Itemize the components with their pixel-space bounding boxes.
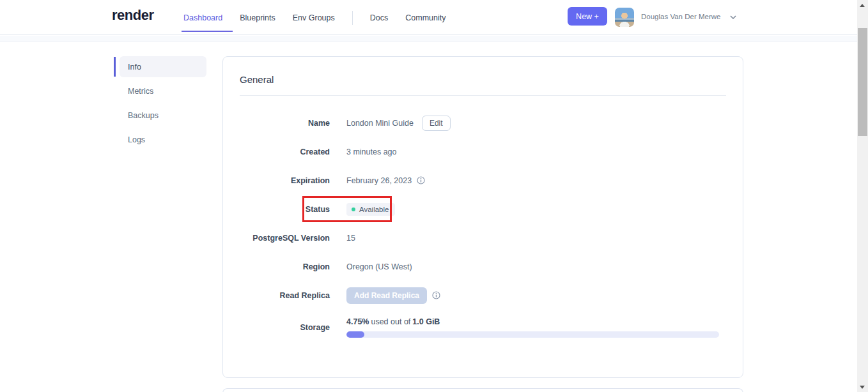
storage-total: 1.0 GiB xyxy=(412,317,440,326)
scrollbar-down-arrow-icon[interactable] xyxy=(860,386,865,389)
created-row: Created 3 minutes ago xyxy=(240,137,726,166)
postgres-version-row: PostgreSQL Version 15 xyxy=(240,223,726,252)
expiration-row: Expiration February 26, 2023 xyxy=(240,166,726,195)
new-button[interactable]: New + xyxy=(568,7,607,26)
render-logo[interactable]: render xyxy=(112,7,153,24)
general-rows: Name London Mini Guide Edit Created 3 mi… xyxy=(240,109,726,345)
region-label: Region xyxy=(240,262,330,271)
sidebar-item-info[interactable]: Info xyxy=(120,56,206,77)
status-dot-icon xyxy=(352,207,355,211)
storage-label: Storage xyxy=(240,323,330,332)
storage-row: Storage 4.75%used out of1.0 GiB xyxy=(240,310,726,345)
edit-button[interactable]: Edit xyxy=(422,116,451,131)
postgres-version-label: PostgreSQL Version xyxy=(240,234,330,243)
storage-progress-bar xyxy=(346,331,719,338)
read-replica-row: Read Replica Add Read Replica xyxy=(240,281,726,310)
postgres-version-value: 15 xyxy=(346,234,355,243)
scrollbar-thumb[interactable] xyxy=(858,28,867,136)
main-nav: Dashboard Blueprints Env Groups Docs Com… xyxy=(183,0,446,35)
storage-middle-text: used out of xyxy=(371,317,410,326)
info-icon[interactable] xyxy=(432,291,440,299)
name-row: Name London Mini Guide Edit xyxy=(240,109,726,137)
read-replica-label: Read Replica xyxy=(240,291,330,300)
general-card: General Name London Mini Guide Edit Crea… xyxy=(222,56,743,378)
top-navbar: render Dashboard Blueprints Env Groups D… xyxy=(0,0,857,35)
status-badge: Available xyxy=(346,203,395,216)
sidebar-item-backups[interactable]: Backups xyxy=(120,105,206,126)
next-card-top-edge xyxy=(222,388,743,392)
status-label: Status xyxy=(240,205,330,214)
nav-item-blueprints[interactable]: Blueprints xyxy=(240,0,275,35)
storage-used-percent: 4.75% xyxy=(346,317,369,326)
status-badge-text: Available xyxy=(359,206,389,213)
region-value: Oregon (US West) xyxy=(346,262,412,271)
status-row: Status Available xyxy=(240,195,726,223)
card-divider xyxy=(240,95,726,96)
info-icon[interactable] xyxy=(417,176,425,185)
user-avatar[interactable] xyxy=(615,8,634,27)
scrollbar-up-arrow-icon[interactable] xyxy=(860,4,865,7)
created-label: Created xyxy=(240,147,330,156)
storage-usage-text: 4.75%used out of1.0 GiB xyxy=(346,317,719,326)
nav-item-docs[interactable]: Docs xyxy=(370,0,388,35)
nav-item-community[interactable]: Community xyxy=(405,0,446,35)
name-label: Name xyxy=(240,119,330,128)
nav-item-env-groups[interactable]: Env Groups xyxy=(293,0,335,35)
sidebar-item-logs[interactable]: Logs xyxy=(120,129,206,150)
region-row: Region Oregon (US West) xyxy=(240,252,726,281)
add-read-replica-button[interactable]: Add Read Replica xyxy=(346,287,427,304)
expiration-label: Expiration xyxy=(240,176,330,185)
nav-divider xyxy=(352,11,353,25)
vertical-scrollbar[interactable] xyxy=(857,0,868,392)
created-value: 3 minutes ago xyxy=(346,147,397,156)
sidebar-item-metrics[interactable]: Metrics xyxy=(120,80,206,102)
storage-progress-fill xyxy=(346,331,364,338)
user-name[interactable]: Douglas Van Der Merwe xyxy=(641,13,720,20)
sidebar: Info Metrics Backups Logs xyxy=(120,56,206,153)
card-title: General xyxy=(240,74,274,85)
chevron-down-icon[interactable] xyxy=(729,12,737,24)
expiration-value: February 26, 2023 xyxy=(346,176,412,185)
header-subband xyxy=(0,36,857,41)
name-value: London Mini Guide xyxy=(346,119,414,128)
nav-item-dashboard[interactable]: Dashboard xyxy=(183,0,222,35)
